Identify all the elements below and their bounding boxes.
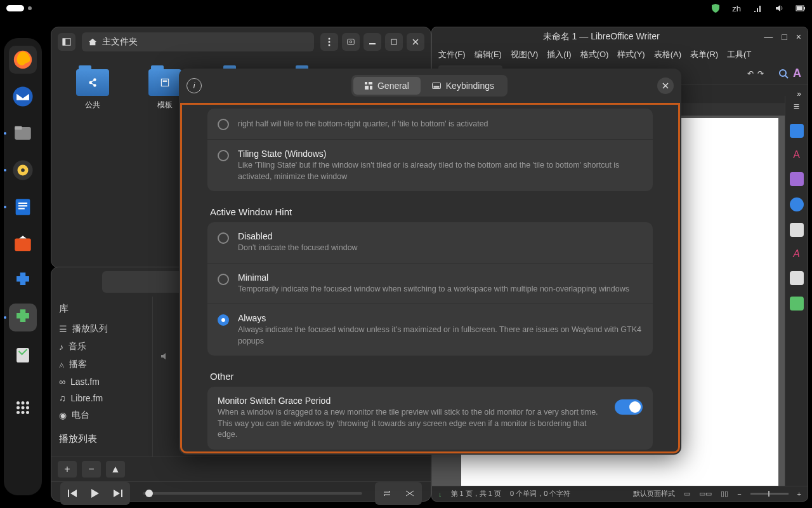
sidebar-menu-icon[interactable]: ≡ — [794, 101, 799, 112]
dock-app-trash[interactable] — [9, 340, 37, 368]
format-icon[interactable]: A — [793, 67, 801, 80]
toggle-switch[interactable] — [615, 399, 643, 415]
radio-row-tiling-state-windows[interactable]: Tiling State (Windows) Like 'Tiling Stat… — [207, 139, 653, 191]
save-indicator[interactable]: ↓ — [438, 490, 442, 498]
view-multi-icon[interactable]: ▭▭ — [699, 490, 712, 498]
dialog-content[interactable]: right half will tile to the bottom-right… — [180, 103, 680, 453]
dock-app-files[interactable] — [9, 119, 37, 147]
radio-row-always[interactable]: Always Always indicate the focused windo… — [207, 304, 653, 356]
maximize-button[interactable]: □ — [782, 32, 787, 42]
network-icon[interactable] — [752, 3, 763, 13]
sidebar-manage-icon[interactable] — [790, 271, 804, 285]
input-language[interactable]: zh — [732, 4, 741, 13]
find-icon[interactable] — [778, 68, 789, 79]
radio-button[interactable] — [218, 232, 229, 244]
eject-button[interactable]: ▲ — [106, 461, 125, 478]
svg-point-19 — [16, 406, 20, 410]
shield-icon[interactable] — [710, 3, 721, 13]
dock-app-writer[interactable] — [9, 193, 37, 221]
menu-item[interactable]: 格式(O) — [580, 49, 609, 60]
radio-row-minimal[interactable]: Minimal Temporarily indicate the focused… — [207, 263, 653, 304]
zoom-in[interactable]: + — [797, 490, 801, 498]
dock-app-extension-settings[interactable] — [9, 304, 37, 331]
lo-sidebar: ≡ A A — [785, 96, 808, 486]
next-button[interactable] — [108, 485, 128, 502]
sidebar-style-inspector-icon[interactable]: A — [793, 248, 800, 260]
toggle-row-monitor-grace[interactable]: Monitor Switch Grace Period When a windo… — [207, 387, 653, 450]
menu-item[interactable]: 样式(Y) — [617, 49, 645, 60]
undo-button[interactable]: ↶ — [747, 69, 754, 78]
dock-app-extension1[interactable] — [9, 267, 37, 295]
sidebar-item[interactable]: ⟑播客 — [59, 356, 145, 373]
add-playlist-button[interactable]: + — [58, 461, 77, 478]
dock-app-firefox[interactable] — [9, 46, 37, 74]
dock-app-software[interactable] — [9, 230, 37, 258]
svg-point-23 — [22, 411, 25, 414]
files-menu-button[interactable] — [320, 33, 338, 51]
shuffle-button[interactable] — [400, 485, 419, 502]
sidebar-accessibility-icon[interactable] — [790, 297, 804, 311]
dialog-close-button[interactable] — [657, 77, 674, 94]
view-single-icon[interactable]: ▭ — [684, 490, 690, 498]
svg-point-29 — [329, 44, 331, 46]
menu-item[interactable]: 表单(R) — [690, 49, 718, 60]
radio-row-partial[interactable]: right half will tile to the bottom-right… — [207, 109, 653, 139]
dock-app-rhythmbox[interactable] — [9, 156, 37, 184]
sidebar-item[interactable]: ◉电台 — [59, 406, 145, 424]
remove-playlist-button[interactable]: − — [82, 461, 101, 478]
battery-icon[interactable] — [796, 3, 806, 13]
menu-item[interactable]: 工具(T — [727, 49, 751, 60]
menu-item[interactable]: 视图(V) — [511, 49, 538, 60]
radio-button[interactable] — [218, 150, 229, 161]
sidebar-item[interactable]: ☰播放队列 — [59, 320, 145, 338]
svg-rect-26 — [63, 39, 65, 46]
repeat-button[interactable] — [377, 485, 396, 502]
volume-icon[interactable] — [159, 351, 169, 361]
sidebar-navigator-icon[interactable] — [790, 197, 804, 211]
sidebar-properties-icon[interactable] — [790, 124, 804, 138]
seek-slider[interactable] — [143, 492, 362, 495]
music-sidebar: 库 ☰播放队列 ♪音乐 ⟑播客 ∞Last.fm ♫Libre.fm ◉电台 播… — [51, 297, 153, 457]
dock-app-thunderbird[interactable] — [9, 83, 37, 110]
radio-button[interactable] — [218, 119, 229, 130]
redo-button[interactable]: ↷ — [757, 69, 764, 78]
radio-button[interactable] — [218, 274, 229, 285]
radio-button[interactable] — [218, 314, 229, 326]
files-view-button[interactable] — [342, 33, 360, 51]
view-book-icon[interactable]: ▯▯ — [721, 490, 728, 498]
maximize-button[interactable] — [385, 33, 403, 51]
activities-indicator[interactable] — [6, 5, 24, 11]
zoom-slider[interactable] — [750, 493, 789, 495]
svg-rect-13 — [18, 208, 25, 209]
menubar: 文件(F) 编辑(E) 视图(V) 插入(I) 格式(O) 样式(Y) 表格(A… — [432, 46, 808, 63]
play-button[interactable] — [86, 485, 105, 502]
menu-item[interactable]: 表格(A) — [654, 49, 681, 60]
minimize-button[interactable] — [363, 33, 381, 51]
close-button[interactable] — [407, 33, 424, 51]
zoom-out[interactable]: − — [737, 490, 741, 498]
minimize-button[interactable]: — — [764, 32, 773, 42]
prev-button[interactable] — [63, 485, 82, 502]
menu-item[interactable]: 编辑(E) — [475, 49, 502, 60]
tab-general[interactable]: General — [353, 77, 421, 95]
sidebar-styles-icon[interactable]: A — [793, 149, 800, 161]
radio-row-disabled[interactable]: Disabled Don't indicate the focused wind… — [207, 222, 653, 263]
close-button[interactable]: × — [796, 32, 801, 42]
menu-item[interactable]: 插入(I) — [547, 49, 571, 60]
folder-item[interactable]: 公共 — [70, 69, 115, 110]
tab-keybindings[interactable]: Keybindings — [421, 77, 506, 95]
status-page-style[interactable]: 默认页面样式 — [633, 489, 675, 498]
sidebar-page-icon[interactable] — [790, 223, 804, 237]
files-sidebar-toggle[interactable] — [58, 33, 75, 51]
volume-icon[interactable] — [774, 3, 784, 13]
sidebar-item[interactable]: ♪音乐 — [59, 338, 145, 356]
dock-app-show-apps[interactable] — [9, 394, 37, 422]
files-location-bar[interactable]: 主文件夹 — [82, 32, 314, 51]
sidebar-item[interactable]: ♫Libre.fm — [59, 390, 145, 406]
sidebar-item[interactable]: ∞Last.fm — [59, 373, 145, 390]
sidebar-gallery-icon[interactable] — [790, 172, 804, 186]
svg-point-21 — [26, 406, 29, 410]
menu-item[interactable]: 文件(F) — [438, 49, 466, 60]
svg-rect-37 — [161, 79, 168, 86]
info-icon[interactable]: i — [187, 78, 202, 93]
